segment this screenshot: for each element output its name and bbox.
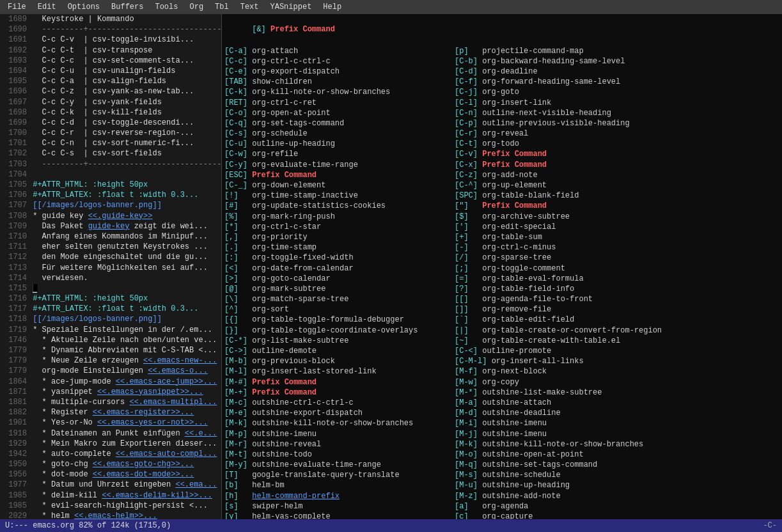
line-1918: 1918 * Dateinamen an Punkt einfügen <<.e…: [3, 428, 219, 439]
line-1710: 1710 Anfang eines Kommandos im Minipuf..…: [3, 231, 219, 242]
menu-buffers[interactable]: Buffers: [106, 1, 148, 13]
line-1709: 1709 Das Paket guide-key zeigt die wei..…: [3, 221, 219, 231]
menu-tbl[interactable]: Tbl: [210, 1, 234, 13]
rr-line-cp: [C-p] outline-previous-visible-heading: [455, 118, 779, 129]
line-1717: 1717 #+ATTR_LATEX: :float t :width 0.3..…: [3, 304, 219, 314]
r-line-b: [b] helm-bm: [224, 480, 455, 490]
rr-line-mo: [M-o] outshine-open-at-point: [455, 450, 779, 460]
r-line-bsl: [\] org-match-sparse-tree: [224, 294, 455, 304]
line-1702: 1702 C-c C-s | csv-sort-fields: [3, 148, 219, 159]
line-1706: 1706 #+ATTR_LATEX: :float t :width 0.3..…: [3, 190, 219, 200]
line-1701: 1701 C-c C-n | csv-sort-numeric-fi...: [3, 138, 219, 148]
rr-line-mq: [M-q] outshine-set-tags-command: [455, 460, 779, 470]
menu-text[interactable]: Text: [235, 1, 264, 13]
r-line-ret: [RET] org-ctrl-c-ret: [224, 98, 455, 108]
rr-line-mu: [M-u] outshine-up-heading: [455, 480, 779, 490]
menu-bar: File Edit Options Buffers Tools Org Tbl …: [0, 0, 782, 14]
rr-line-cml: [C-M-l] org-insert-all-links: [455, 356, 779, 366]
r-line-mp: [M-p] outshine-imenu: [224, 429, 455, 439]
rr-line-rbr: []] org-remove-file: [455, 304, 779, 315]
r-line-mt: [M-t] outshine-todo: [224, 450, 455, 460]
line-1690: 1690 ---------+-------------------------…: [3, 24, 219, 35]
r-line-mhash: [M-#] Prefix Command: [224, 377, 455, 387]
rr-line-clt: [C-<] outline-promote: [455, 346, 779, 356]
rr-line-plus: [+] org-table-sum: [455, 232, 779, 242]
r-line-cu: [C-u] outline-up-heading: [224, 139, 455, 149]
r-line-pct: [%] org-mark-ring-push: [224, 212, 455, 222]
r-line-mc: [M-c] outshine-ctrl-c-ctrl-c: [224, 398, 455, 408]
line-1871: 1871 * yasnippet <<.emacs-yasnippet>>...: [3, 387, 219, 397]
line-1692: 1692 C-c C-t | csv-transpose: [3, 45, 219, 56]
line-1695: 1695 C-c C-a | csv-align-fields: [3, 76, 219, 86]
r-line-!: [!] org-time-stamp-inactive: [224, 191, 455, 201]
r-line-ca: [C-a] org-attach: [224, 46, 455, 56]
r-line-h: [h] helm-command-prefix: [224, 491, 455, 501]
line-1985a: 1985 * delim-kill <<.emacs-delim-kill>>.…: [3, 490, 219, 501]
line-1714: 1714 verwiesen.: [3, 273, 219, 283]
rr-line-mstar: [M-*] outshine-list-make-subtree: [455, 387, 779, 398]
menu-options[interactable]: Options: [63, 1, 105, 13]
rr-line-p: [p] projectile-command-map: [455, 46, 779, 56]
rr-line-ct: [C-t] org-todo: [455, 139, 779, 149]
rr-line-apos: ['] org-edit-special: [455, 222, 779, 232]
rr-line-a: [a] org-agenda: [455, 501, 779, 512]
menu-tools[interactable]: Tools: [150, 1, 183, 13]
line-1696: 1696 C-c C-z | csv-yank-as-new-tab...: [3, 86, 219, 97]
rr-line-tilde: [~] org-table-create-with-table.el: [455, 336, 779, 346]
rr-line-mw: [M-w] org-copy: [455, 377, 779, 387]
r-line-cw: [C-w] org-refile: [224, 149, 455, 159]
line-1929: 1929 * Mein Makro zum Exportieren dieser…: [3, 439, 219, 449]
r-line-colon: [:] org-toggle-fixed-width: [224, 253, 455, 263]
line-1697: 1697 C-c C-y | csv-yank-fields: [3, 97, 219, 107]
line-1705: 1705 #+ATTR_HTML: :height 50px: [3, 180, 219, 190]
line-1881: 1881 * multiple-cursors <<.emacs-multipl…: [3, 397, 219, 407]
line-1719: 1719 * Speziale Einstellungen in der /.e…: [3, 325, 219, 335]
menu-help[interactable]: Help: [318, 1, 347, 13]
line-1699: 1699 C-c C-d | csv-toggle-descendi...: [3, 118, 219, 128]
rr-line-cn: [C-n] outline-next-visible-heading: [455, 108, 779, 118]
line-1711: 1711 eher selten genutzten Keystrokes ..…: [3, 242, 219, 252]
r-line-mk: [M-k] outshine-kill-note-or-show-branche…: [224, 418, 455, 428]
menu-org[interactable]: Org: [184, 1, 208, 13]
r-line-y: [y] helm-yas-complete: [224, 512, 455, 519]
line-1693: 1693 C-c C-c | csv-set-comment-sta...: [3, 56, 219, 66]
line-1713: 1713 Für weitere Möglichkeiten sei auf..…: [3, 263, 219, 273]
r-line-cc: [C-c] org-ctrl-c-ctrl-c: [224, 56, 455, 66]
r-line-tab: [TAB] show-children: [224, 77, 455, 87]
main-area: 1689 Keystroke | Kommando 1690 ---------…: [0, 14, 782, 519]
r-line-s: [s] swiper-helm: [224, 501, 455, 512]
line-1977: 1977 * Datum und Uhrzeit eingeben <<.ema…: [3, 480, 219, 490]
line-1942: 1942 * auto-complete <<.emacs-auto-compl…: [3, 449, 219, 459]
rr-line-minus: [-] org-ctrl-c-minus: [455, 242, 779, 253]
status-left: U:--- emacs.org 82% of 124k (1715,0): [5, 520, 763, 531]
line-1779b: 1779 * Neue Zeile erzeugen <<.emacs-new-…: [3, 356, 219, 366]
status-bar: U:--- emacs.org 82% of 124k (1715,0) -C-: [0, 519, 782, 532]
menu-edit[interactable]: Edit: [33, 1, 61, 13]
menu-file[interactable]: File: [3, 1, 31, 13]
rr-line-lbr: [[] org-agenda-file-to-front: [455, 294, 779, 304]
right-left-col: [C-a] org-attach [C-c] org-ctrl-c-ctrl-c…: [224, 46, 455, 519]
r-line-co: [C-o] org-open-at-point: [224, 108, 455, 118]
r-line-gt: [>] org-goto-calendar: [224, 274, 455, 284]
rr-line-quot: ["] Prefix Command: [455, 201, 779, 211]
rr-line-cx: [C-x] Prefix Command: [455, 160, 779, 170]
line-1956: 1956 * dot-mode <<.emacs-dot-mode>>...: [3, 469, 219, 480]
r-line-ce: [C-e] org-export-dispatch: [224, 66, 455, 77]
line-1704: 1704: [3, 169, 219, 180]
r-line-rcb: [}] org-table-toggle-coordinate-overlays: [224, 325, 455, 336]
rr-line-cl: [C-l] org-insert-link: [455, 98, 779, 108]
r-line-star: [*] org-ctrl-c-star: [224, 222, 455, 232]
rr-line-spc: [SPC] org-table-blank-field: [455, 191, 779, 201]
right-pane: [&] Prefix Command [C-a] org-attach [C-c…: [222, 14, 782, 519]
line-1700: 1700 C-c C-r | csv-reverse-region-...: [3, 128, 219, 138]
rr-line-ma: [M-a] outshine-attach: [455, 398, 779, 408]
rr-line-mko: [M-k] outshine-kill-note-or-show-branche…: [455, 439, 779, 450]
menu-yasnippet[interactable]: YASnippet: [265, 1, 317, 13]
line-1901: 1901 * Yes-or-No <<.emacs-yes-or-not>>..…: [3, 418, 219, 428]
r-line-mr: [M-r] outshine-reveal: [224, 439, 455, 450]
line-1708: 1708 * guide key <<.guide-key>>: [3, 211, 219, 221]
r-line-mb: [M-b] org-previous-block: [224, 356, 455, 366]
r-line-dot: [.] org-time-stamp: [224, 242, 455, 253]
r-line-cy: [C-y] org-evaluate-time-range: [224, 160, 455, 170]
line-1864: 1864 * ace-jump-mode <<.emacs-ace-jump>>…: [3, 377, 219, 387]
